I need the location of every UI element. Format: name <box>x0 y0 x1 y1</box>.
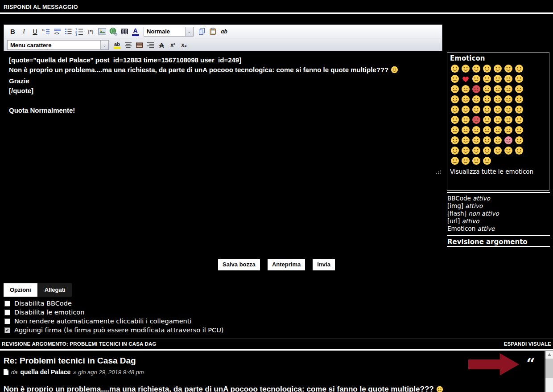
emoticon-cold-sweat-flat[interactable] <box>493 94 503 104</box>
emoticon-open-mouth[interactable] <box>450 135 460 145</box>
emoticon-flat[interactable] <box>482 94 492 104</box>
preview-button[interactable]: Anteprima <box>268 259 305 270</box>
emoticon-slight-smile[interactable] <box>450 64 460 74</box>
emoticon-scream[interactable] <box>482 135 492 145</box>
emoticon-kiss-blush[interactable] <box>482 105 492 114</box>
emoticon-fearful[interactable] <box>461 125 470 135</box>
emoticon-kiss-closed-eyes[interactable] <box>471 105 481 114</box>
emoticon-no-mouth[interactable] <box>461 146 470 155</box>
emoticon-angel[interactable] <box>461 84 470 94</box>
author-link[interactable]: quella del Palace <box>20 368 70 376</box>
emoticon-sad[interactable] <box>514 105 524 114</box>
emoticon-in-love[interactable] <box>503 135 513 145</box>
italic-button[interactable]: I <box>18 26 29 37</box>
emoticon-kiss-heart[interactable] <box>482 64 492 74</box>
subscript-button[interactable]: x₂ <box>178 40 190 50</box>
emoticon-laugh-closed[interactable] <box>450 84 460 94</box>
emoticon-nerd[interactable] <box>461 156 470 166</box>
emoticon-zipper-mouth[interactable] <box>503 146 513 155</box>
save-draft-button[interactable]: Salva bozza <box>218 259 260 270</box>
emoticon-weary[interactable] <box>471 125 481 135</box>
bold-button[interactable]: B <box>7 26 18 37</box>
emoticon-sneeze[interactable] <box>493 115 503 125</box>
emoticon-pensive[interactable] <box>503 94 513 104</box>
list-numbered-button[interactable]: 123 <box>74 26 85 37</box>
emoticon-tired[interactable] <box>493 125 503 135</box>
emoticon-sad-sweat[interactable] <box>503 115 513 125</box>
emoticon-dizzy[interactable] <box>450 146 460 155</box>
emoticon-crazy-tongue[interactable] <box>493 105 503 114</box>
quote-button[interactable]: “ <box>41 26 52 37</box>
emoticon-frown[interactable] <box>514 115 524 125</box>
align-justify-button[interactable] <box>134 40 145 50</box>
highlight-button[interactable]: ab <box>111 40 123 50</box>
emoticon-astonished[interactable] <box>493 135 503 145</box>
font-color-button[interactable]: A <box>130 26 141 37</box>
align-right-button[interactable] <box>145 40 156 50</box>
emoticon-yum[interactable] <box>493 84 503 94</box>
superscript-button[interactable]: x² <box>167 40 178 50</box>
emoticon-grimace[interactable] <box>503 125 513 135</box>
code-button[interactable]: <> <box>52 26 63 37</box>
paste-button[interactable] <box>207 26 219 37</box>
view-all-emoticons-link[interactable]: Visualizza tutte le emoticon <box>450 168 547 175</box>
link-button[interactable] <box>107 26 119 37</box>
emoticon-unamused[interactable] <box>471 94 481 104</box>
emoticon-grin[interactable] <box>471 74 481 84</box>
underline-button[interactable]: U <box>29 26 41 37</box>
emoticon-tongue[interactable] <box>514 64 524 74</box>
list-bullet-button[interactable] <box>63 26 74 37</box>
emoticon-thermometer[interactable] <box>450 156 460 166</box>
emoticon-hushed[interactable] <box>461 135 470 145</box>
tab-allegati[interactable]: Allegati <box>38 283 72 297</box>
align-center-button[interactable] <box>123 40 134 50</box>
emoticon-wink-tongue[interactable] <box>503 84 513 94</box>
emoticon-steam[interactable] <box>482 115 492 125</box>
emoticon-devil[interactable] <box>471 84 481 94</box>
message-textarea[interactable]: [quote="quella del Palace" post_id=12883… <box>4 51 442 176</box>
checkbox-checked[interactable]: ✔ <box>4 327 10 333</box>
emoticon-sleepy-zzz[interactable] <box>514 135 524 145</box>
image-button[interactable] <box>96 26 107 37</box>
emoticon-tear[interactable] <box>450 74 460 84</box>
emoticon-eye-roll[interactable] <box>493 146 503 155</box>
emoticon-heart-eyes[interactable] <box>493 64 503 74</box>
quote-post-button[interactable]: “ <box>524 357 536 367</box>
emoticon-confused[interactable] <box>514 94 524 104</box>
emoticon-head-bandage[interactable] <box>482 156 492 166</box>
topic-review-link[interactable]: Revisione argomento <box>447 238 528 246</box>
emoticon-anguished[interactable] <box>450 125 460 135</box>
format-select[interactable]: Normale⌄ <box>144 27 194 37</box>
emoticon-blush[interactable] <box>482 84 492 94</box>
emoticon-rage[interactable] <box>471 115 481 125</box>
emoticon-angry[interactable] <box>461 115 470 125</box>
scroll-up-button[interactable] <box>545 351 553 358</box>
emoticon-joy-tears[interactable] <box>503 64 513 74</box>
emoticon-tongue-xd[interactable] <box>503 105 513 114</box>
emoticon-surprised[interactable] <box>482 146 492 155</box>
emoticon-big-smile[interactable] <box>493 74 503 84</box>
emoticon-scrunched[interactable] <box>450 105 460 114</box>
emoticon-worried[interactable] <box>450 115 460 125</box>
emoticon-sick-tongue[interactable] <box>514 146 524 155</box>
emoticon-sweat-smile[interactable] <box>514 74 524 84</box>
emoticon-scared-sweat[interactable] <box>471 135 481 145</box>
strike-button[interactable]: A <box>156 40 167 50</box>
review-scrollbar[interactable] <box>545 351 553 392</box>
submit-button[interactable]: Invia <box>313 259 335 270</box>
emoticon-side-eye[interactable] <box>461 94 470 104</box>
flash-button[interactable] <box>119 26 130 37</box>
emoticon-thinking[interactable] <box>471 156 481 166</box>
emoticon-sob[interactable] <box>514 125 524 135</box>
emoticon-neutral[interactable] <box>461 64 470 74</box>
emoticon-heart[interactable] <box>461 74 470 84</box>
list-item-button[interactable]: [*] <box>85 26 96 37</box>
plain-text-button[interactable]: ab <box>219 26 230 37</box>
checkbox-unchecked[interactable] <box>4 310 10 315</box>
emoticon-wink[interactable] <box>471 64 481 74</box>
emoticon-sunglasses[interactable] <box>514 84 524 94</box>
textarea-resize-grip[interactable] <box>436 170 441 174</box>
scrollbar-thumb[interactable] <box>545 359 553 378</box>
font-select[interactable]: Menu carattere⌄ <box>7 40 109 50</box>
emoticon-drool[interactable] <box>482 125 492 135</box>
